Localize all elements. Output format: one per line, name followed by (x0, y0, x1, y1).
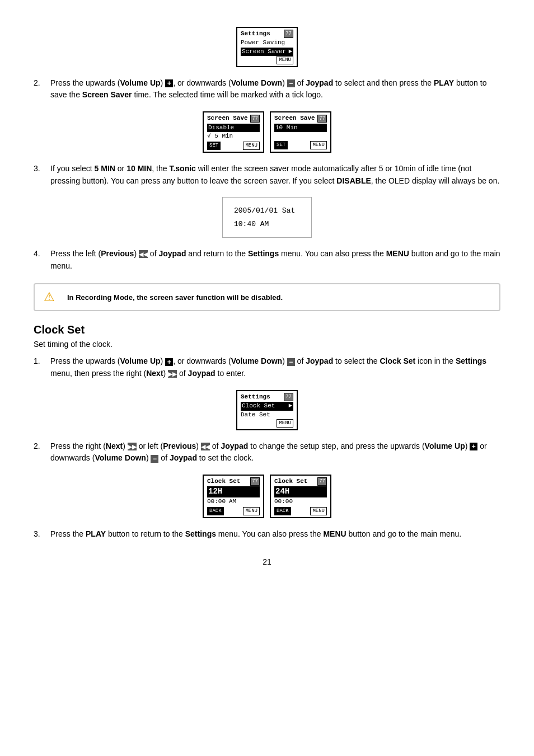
clock-24h-time: 00:00 (274, 497, 293, 506)
joypad-label-1: Joypad (306, 78, 333, 87)
clock-step-1-number: 1. (34, 355, 45, 379)
settings-clock-screen-container: Settings 77 Clock Set ► Date Set MENU (34, 390, 500, 430)
settings-clock-menu-row: MENU (241, 419, 293, 428)
top-screen-title: Settings (241, 30, 270, 38)
clock-12h-time: 00:00 (207, 497, 226, 506)
clock-12h-title: Clock Set (207, 477, 240, 486)
step-2-number: 2. (34, 77, 45, 101)
screen-saver-left-titlebar: Screen Save 77 (207, 114, 260, 123)
screen-saver-right-spacer (274, 132, 327, 140)
volume-up-label: Volume Up (120, 78, 161, 87)
play-label-1: PLAY (434, 78, 454, 87)
clock-step-1-text: Press the upwards (Volume Up) +, or down… (50, 355, 500, 379)
previous-label-c2: Previous (163, 442, 196, 450)
previous-label-1: Previous (101, 249, 134, 258)
settings-clock-menu-btn: MENU (277, 419, 293, 428)
screen-saver-right-battery: 77 (317, 115, 327, 123)
clock-24h-battery: 77 (317, 477, 327, 486)
joypad-c1: Joypad (306, 356, 333, 365)
settings-label-c1: Settings (456, 356, 486, 365)
clock-steps-list-2: 2. Press the right (Next) ▶▶ or left (Pr… (34, 440, 500, 464)
clock-24h-bottom: BACK MENU (274, 507, 327, 515)
plus-icon-c1: + (165, 358, 173, 366)
screen-saver-left-menu: MENU (243, 142, 260, 150)
clock-12h-ampm: AM (229, 497, 236, 506)
step-4-number: 4. (34, 248, 45, 272)
warning-icon: ⚠ (44, 290, 59, 304)
joypad2-c2: Joypad (170, 453, 197, 462)
step-4-text: Press the left (Previous) ◀◀ of Joypad a… (50, 248, 500, 272)
clock-display-container: 2005/01/01 Sat 10:40 AM (34, 197, 500, 238)
prev-icon: ◀◀ (139, 250, 148, 258)
top-battery-icon: 77 (284, 30, 293, 38)
clock-12h-titlebar: Clock Set 77 (207, 477, 260, 486)
minus-icon: − (287, 79, 295, 87)
clock-step-2-number: 2. (34, 440, 45, 464)
settings-clock-titlebar: Settings 77 (241, 393, 293, 401)
clock-24h-menu: MENU (310, 507, 327, 515)
top-screen-item1: Power Saving (241, 39, 293, 47)
volume-down-label: Volume Down (231, 78, 283, 87)
top-screen-container: Settings 77 Power Saving Screen Saver ► … (34, 27, 500, 67)
next-icon-c2: ▶▶ (128, 443, 137, 450)
settings-clock-title: Settings (241, 393, 270, 401)
screen-saver-label: Screen Saver (82, 90, 132, 99)
clock-12h-battery: 77 (250, 477, 260, 486)
clock-set-label-c1: Clock Set (380, 356, 415, 365)
note-text: In Recording Mode, the screen saver func… (67, 293, 283, 302)
step-2-text: Press the upwards (Volume Up) +, or down… (50, 77, 500, 101)
step-3-text: If you select 5 MIN or 10 MIN, the T.son… (50, 163, 500, 187)
disable-label: DISABLE (336, 176, 371, 185)
screen-saver-right-set: SET (274, 141, 288, 149)
clock-24h-titlebar: Clock Set 77 (274, 477, 327, 486)
minus-icon-c2: − (151, 455, 158, 463)
clock-12h-menu: MENU (243, 507, 260, 515)
play-label-c3: PLAY (86, 529, 106, 538)
screen-saver-left-title: Screen Save (207, 114, 248, 123)
top-screen-menu-btn: MENU (277, 56, 293, 64)
screen-saver-screens: Screen Save 77 Disable √ 5 Min SET MENU … (34, 111, 500, 153)
screen-saver-right-title: Screen Save (274, 114, 315, 123)
clock-steps-list-3: 3. Press the PLAY button to return to th… (34, 528, 500, 541)
settings-label-c3: Settings (185, 529, 216, 538)
plus-icon: + (165, 79, 173, 87)
clock-24h-title: Clock Set (274, 477, 307, 486)
tsonic-label: T.sonic (169, 164, 195, 173)
screen-saver-left-battery: 77 (250, 115, 260, 123)
top-screen-item2: Screen Saver ► (241, 48, 293, 56)
clock-display: 2005/01/01 Sat 10:40 AM (222, 197, 312, 238)
steps-list-4: 4. Press the left (Previous) ◀◀ of Joypa… (34, 248, 500, 272)
clock-24h-mode: 24H (274, 486, 327, 497)
clock-step-2-text: Press the right (Next) ▶▶ or left (Previ… (50, 440, 500, 464)
screen-saver-left-set: SET (207, 142, 221, 150)
clock-set-subtext: Set timing of the clock. (34, 340, 500, 349)
clock-set-heading: Clock Set (34, 323, 500, 336)
settings-clock-screen: Settings 77 Clock Set ► Date Set MENU (236, 390, 298, 430)
clock-step-3-number: 3. (34, 528, 45, 541)
volume-down-c1: Volume Down (231, 356, 283, 365)
menu-label-c3: MENU (323, 529, 346, 538)
note-box: ⚠ In Recording Mode, the screen saver fu… (34, 283, 500, 311)
next-label-c2: Next (106, 442, 123, 450)
settings-clock-item2: Date Set (241, 411, 293, 419)
step-3-number: 3. (34, 163, 45, 187)
next-icon-c1: ▶▶ (168, 370, 177, 378)
top-screen-menu-row: MENU (241, 56, 293, 64)
volume-up-c2: Volume Up (425, 442, 465, 450)
step-2-top: 2. Press the upwards (Volume Up) +, or d… (34, 77, 500, 101)
screen-saver-left-item1: Disable (207, 124, 260, 132)
plus-icon-c2: + (470, 443, 477, 450)
screen-saver-right-item1: 10 Min (274, 124, 327, 132)
steps-list: 2. Press the upwards (Volume Up) +, or d… (34, 77, 500, 101)
10min-label: 10 MIN (127, 164, 152, 173)
clock-step-2: 2. Press the right (Next) ▶▶ or left (Pr… (34, 440, 500, 464)
screen-saver-right-bottom: SET MENU (274, 141, 327, 149)
screen-saver-right-menu: MENU (310, 141, 327, 149)
step-4: 4. Press the left (Previous) ◀◀ of Joypa… (34, 248, 500, 272)
minus-icon-c1: − (287, 358, 295, 366)
clock-steps-list: 1. Press the upwards (Volume Up) +, or d… (34, 355, 500, 379)
top-settings-screen: Settings 77 Power Saving Screen Saver ► … (236, 27, 298, 67)
clock-12h-screen: Clock Set 77 12H 00:00 AM BACK MENU (203, 475, 264, 518)
5min-label: 5 MIN (95, 164, 115, 173)
joypad-c2: Joypad (221, 442, 248, 450)
